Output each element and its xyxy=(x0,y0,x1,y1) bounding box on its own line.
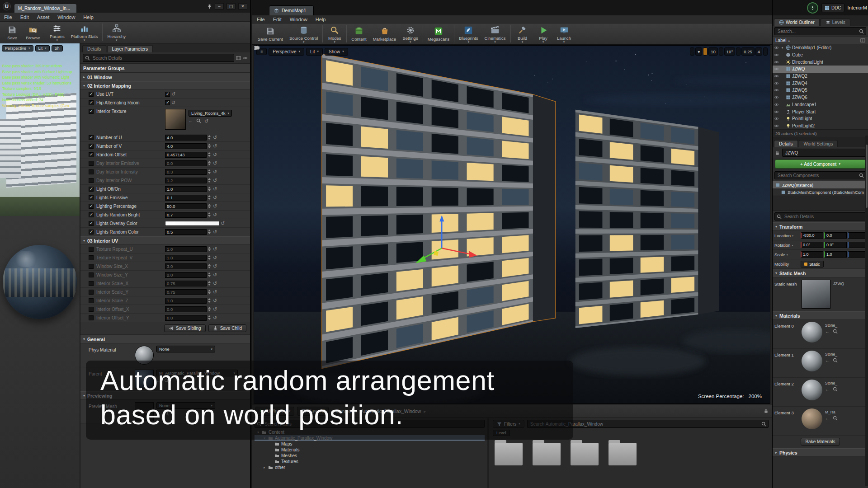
param-value-field[interactable]: 1.0 xyxy=(165,186,207,192)
param-override-checkbox[interactable] xyxy=(89,290,94,295)
save-child-button[interactable]: Save Child xyxy=(208,324,246,332)
main-toolbar-modes[interactable]: Modes▾ xyxy=(324,24,345,44)
param-override-checkbox[interactable] xyxy=(89,264,94,269)
ddc-button[interactable]: DDC xyxy=(821,3,844,12)
param-value-field[interactable]: 0.75 xyxy=(165,289,207,295)
reset-to-default-icon[interactable]: ↺ xyxy=(213,298,217,303)
material-editor-titlebar[interactable]: U M_Random_Window_In... – ▢ ✕ xyxy=(0,0,250,13)
main-menu-window[interactable]: Window xyxy=(286,16,311,23)
reset-to-default-icon[interactable]: ↺ xyxy=(213,204,217,208)
value-spinner[interactable] xyxy=(208,272,212,277)
value-spinner[interactable] xyxy=(208,186,212,192)
param-bool-checkbox[interactable] xyxy=(165,92,170,97)
static-mesh-thumbnail[interactable] xyxy=(802,280,830,309)
asset-folder[interactable] xyxy=(571,443,599,465)
reset-to-default-icon[interactable]: ↺ xyxy=(213,212,217,217)
param-group-01-window[interactable]: ▸01 Window xyxy=(80,73,250,81)
material-editor-title-tab[interactable]: M_Random_Window_In... xyxy=(14,4,76,13)
material-toolbar-save[interactable]: Save xyxy=(2,24,23,41)
compile-status-icon[interactable] xyxy=(807,2,818,14)
material-menu-asset[interactable]: Asset xyxy=(33,14,54,21)
param-override-checkbox[interactable] xyxy=(89,221,94,226)
general-section-header[interactable]: ▾General xyxy=(80,335,250,343)
physics-section-header[interactable]: ▸Physics xyxy=(773,448,868,457)
use-selected-icon[interactable]: ← xyxy=(825,387,830,392)
param-value-field[interactable]: 1.2 xyxy=(165,178,207,183)
value-spinner[interactable] xyxy=(208,263,212,269)
panel-splitter[interactable] xyxy=(773,196,868,211)
param-override-checkbox[interactable] xyxy=(89,315,94,320)
pin-icon[interactable] xyxy=(207,4,212,9)
param-override-checkbox[interactable] xyxy=(89,307,94,312)
material-thumbnail[interactable] xyxy=(802,322,822,343)
expand-arrow[interactable]: ▾ xyxy=(780,46,784,50)
browse-to-asset-icon[interactable] xyxy=(833,358,838,363)
param-value-field[interactable]: 50.0 xyxy=(165,203,207,209)
visibility-eye-icon[interactable] xyxy=(774,102,779,107)
gamepad-icon[interactable] xyxy=(690,47,694,56)
show-dropdown[interactable]: Show▾ xyxy=(325,48,348,56)
lock-icon[interactable] xyxy=(775,150,780,155)
rotation-snap-value[interactable]: 10° xyxy=(724,47,735,56)
phys-material-dropdown[interactable]: None▾ xyxy=(156,346,215,352)
material-menu-edit[interactable]: Edit xyxy=(16,14,33,21)
camera-settings-button[interactable]: ▾ xyxy=(695,47,702,56)
param-override-checkbox[interactable] xyxy=(89,178,94,183)
param-override-checkbox[interactable] xyxy=(89,161,94,166)
outliner-row-player-start[interactable]: Player Start xyxy=(773,108,868,115)
outliner-row-pointlight[interactable]: PointLight xyxy=(773,115,868,122)
material-toolbar-params[interactable]: Params▾ xyxy=(47,23,68,42)
reset-to-default-icon[interactable]: ↺ xyxy=(213,315,217,320)
visibility-eye-icon[interactable] xyxy=(774,81,779,86)
param-value-field[interactable]: 3.0 xyxy=(165,263,207,269)
view-mode-dropdown[interactable]: Lit▾ xyxy=(306,48,323,56)
reset-to-default-icon[interactable]: ↺ xyxy=(221,221,225,225)
material-menu-file[interactable]: File xyxy=(0,14,16,21)
column-options-icon[interactable] xyxy=(236,56,241,61)
value-spinner[interactable] xyxy=(208,298,212,303)
main-menu-edit[interactable]: Edit xyxy=(269,16,286,23)
visibility-eye-icon[interactable] xyxy=(774,66,779,71)
folder-tree-row-materials[interactable]: Materials xyxy=(255,447,485,453)
details-search-input[interactable] xyxy=(83,54,234,62)
value-spinner[interactable] xyxy=(208,203,212,209)
param-group-02-interior-mapping[interactable]: ▾02 Interior Mapping xyxy=(80,81,250,90)
value-spinner[interactable] xyxy=(208,255,212,260)
bake-materials-button[interactable]: Bake Materials xyxy=(801,438,840,446)
reset-to-default-icon[interactable]: ↺ xyxy=(213,135,217,140)
param-override-checkbox[interactable] xyxy=(89,144,94,149)
camera-speed-icon[interactable]: 4 xyxy=(755,47,762,56)
transform-section-header[interactable]: ▾Transform xyxy=(773,222,868,231)
column-picker-icon[interactable] xyxy=(860,38,865,43)
expand-arrow[interactable]: ▸ xyxy=(263,466,266,469)
param-override-checkbox[interactable] xyxy=(89,281,94,286)
reset-to-default-icon[interactable]: ↺ xyxy=(213,178,217,183)
value-spinner[interactable] xyxy=(208,160,212,166)
value-spinner[interactable] xyxy=(208,169,212,174)
folder-tree-row-other[interactable]: ▸other xyxy=(255,465,485,470)
main-menu-file[interactable]: File xyxy=(253,16,269,23)
tab-layer-parameters[interactable]: Layer Parameters xyxy=(107,45,153,52)
axis-field-y[interactable]: 0.0 xyxy=(824,232,847,239)
level-viewport[interactable]: ≡ Perspective▾ Lit▾ Show▾ ▾ 10 10° 0.25 … xyxy=(254,45,770,404)
use-selected-icon[interactable]: ← xyxy=(825,329,830,334)
value-spinner[interactable] xyxy=(208,289,212,295)
main-toolbar-megascans[interactable]: Megascans xyxy=(425,25,453,42)
maximize-button[interactable]: ▢ xyxy=(226,3,236,9)
param-value-field[interactable]: 0.0 xyxy=(165,306,207,312)
param-value-field[interactable]: 0.457143 xyxy=(165,152,207,158)
reset-to-default-icon[interactable]: ↺ xyxy=(213,169,217,174)
tab-world-settings[interactable]: World Settings xyxy=(799,140,838,147)
value-spinner[interactable] xyxy=(208,143,212,149)
asset-folder[interactable] xyxy=(533,443,561,465)
param-override-checkbox[interactable] xyxy=(89,204,94,209)
param-override-checkbox[interactable] xyxy=(89,187,94,192)
reset-to-default-icon[interactable]: ↺ xyxy=(213,230,217,234)
texture-asset-dropdown[interactable]: Living_Rooms_4k▾ xyxy=(189,110,232,117)
material-toolbar-platform-stats[interactable]: Platform Stats▾ xyxy=(68,23,101,42)
param-override-checkbox[interactable] xyxy=(89,230,94,235)
param-value-field[interactable]: 4.0 xyxy=(165,135,207,141)
rotation-snap-icon[interactable] xyxy=(719,47,723,56)
browse-to-asset-icon[interactable] xyxy=(833,329,838,334)
browse-to-asset-icon[interactable] xyxy=(833,416,838,421)
